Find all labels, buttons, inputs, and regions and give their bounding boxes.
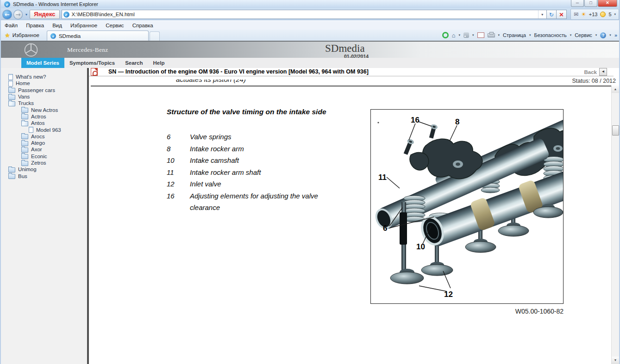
menu-favorites[interactable]: Избранное [70,23,97,28]
window-title: SDmedia - Windows Internet Explorer [13,1,98,7]
opera-ring-icon[interactable] [442,32,449,38]
ie-logo-icon: e [4,1,10,7]
sidebar-item-label: Trucks [18,100,34,106]
read-mail-icon[interactable] [477,32,484,38]
sidebar-item-model-963[interactable]: Model 963 [1,126,87,133]
sidebar-item-zetros[interactable]: Zetros [1,160,87,166]
command-bar: ⌂ ▾ ▾ ▾ Страница ▾ Безопасность ▾ Сервис… [442,31,617,40]
menu-bar: Файл Правка Вид Избранное Сервис Справка [1,20,619,30]
legend-number: 12 [167,178,190,190]
maximize-button[interactable]: □ [584,0,597,7]
mail-icon[interactable]: ✉ [574,11,578,18]
tab-help[interactable]: Help [148,58,170,68]
yandex-button[interactable]: Яндекс [30,10,59,19]
help-dropdown-icon: ▾ [609,33,611,37]
menu-file[interactable]: Файл [5,23,18,28]
sidebar-item-antos[interactable]: Antos [1,120,87,126]
legend-row: 8Intake rocker arm [167,143,352,155]
home-dropdown-icon[interactable]: ▾ [459,33,461,37]
favorites-label[interactable]: Избранное [13,32,39,38]
sidebar-item-unimog[interactable]: Unimog [1,166,87,173]
brand-name: Mercedes-Benz [67,46,108,54]
sidebar-item-atego[interactable]: Atego [1,140,87,146]
more-commands-icon[interactable]: » [614,32,617,38]
sidebar-item-whats-new[interactable]: What's new? [1,74,87,80]
menu-edit[interactable]: Правка [26,23,44,28]
page-favicon: e [63,12,69,18]
legend-number: 11 [167,167,190,179]
folder-icon [8,88,15,93]
sidebar-item-arocs[interactable]: Arocs [1,133,87,140]
sidebar-item-actros[interactable]: Actros [1,113,87,120]
yandex-widget-panel: ✉ ☀ +13 5 ▾ [570,9,619,20]
sidebar-item-label: Home [16,80,30,86]
legend-row: 6Valve springs [167,131,352,143]
sidebar-item-new-actros[interactable]: New Actros [1,106,87,113]
sidebar-item-vans[interactable]: Vans [1,93,87,100]
open-folder-icon [21,121,28,126]
minimize-button[interactable]: ─ [571,0,584,7]
url-text[interactable]: X:\MEDBIB\index_EN.html [72,12,538,17]
scrollbar-thumb[interactable] [612,125,619,136]
history-dropdown-icon[interactable]: ▼ [25,13,28,16]
sidebar-item-econic[interactable]: Econic [1,153,87,160]
legend-row: 16Adjusting elements for adjusting the v… [167,190,352,214]
content-area: SN — Introduction of the engine OM 936 -… [89,68,619,364]
sidebar-item-trucks[interactable]: Trucks [1,100,87,106]
refresh-button[interactable]: ↻ [547,10,557,19]
folder-icon [21,148,28,153]
close-button[interactable]: ✕ [598,0,617,7]
clipped-scrolled-text: actuates its piston (24) [176,80,296,85]
menu-help[interactable]: Справка [132,23,153,28]
sidebar-item-bus[interactable]: Bus [1,173,87,179]
address-bar: ← → ▼ Яндекс e X:\MEDBIB\index_EN.html ▼… [1,8,619,20]
forward-nav-button[interactable]: → [13,10,23,19]
page-dropdown-icon: ▾ [529,33,531,37]
widget-count[interactable]: 5 [608,12,611,17]
favorites-star-icon[interactable]: ★ [5,32,10,39]
scroll-down-button[interactable]: ▼ [612,357,619,364]
menu-view[interactable]: Вид [52,23,62,28]
pdf-icon[interactable] [91,68,98,76]
new-tab-stub[interactable] [150,31,160,41]
security-menu[interactable]: Безопасность [534,32,566,38]
back-nav-button[interactable]: ← [2,10,12,19]
tab-model-series[interactable]: Model Series [21,58,64,68]
home-icon[interactable]: ⌂ [452,32,456,39]
legend-text: Adjusting elements for adjusting the val… [190,190,350,214]
browser-tab-sdmedia[interactable]: e SDmedia [47,31,149,41]
legend-text: Intake rocker arm [190,143,350,155]
model-tree-sidebar: What's new? Home Passenger cars Vans Tru… [1,68,87,364]
sidebar-item-label: Antos [31,120,44,126]
page-menu[interactable]: Страница [503,32,526,38]
document-scrollbar[interactable]: ▲ ▼ [611,86,619,364]
weather-temp[interactable]: +13 [589,12,598,17]
sidebar-item-axor[interactable]: Axor [1,146,87,153]
rss-dropdown-icon[interactable]: ▾ [472,33,474,37]
help-icon[interactable]: ? [600,32,606,38]
folder-icon [8,174,15,179]
callout-11: 11 [378,173,387,182]
sidebar-item-passenger-cars[interactable]: Passenger cars [1,87,87,93]
legend-row: 10Intake camshaft [167,154,352,167]
stop-button[interactable]: ✕ [557,10,567,19]
legend-text: Valve springs [190,131,350,143]
back-button[interactable]: ◄ [599,68,607,76]
scroll-up-button[interactable]: ▲ [612,86,619,93]
print-dropdown-icon[interactable]: ▾ [498,33,500,37]
print-icon[interactable] [488,33,495,37]
security-dropdown-icon: ▾ [570,33,572,37]
menu-tools[interactable]: Сервис [106,23,124,28]
tab-search[interactable]: Search [120,58,148,68]
sidebar-item-home[interactable]: Home [1,80,87,86]
url-dropdown-icon[interactable]: ▼ [538,10,546,19]
widget-dropdown-icon[interactable]: ▾ [614,12,616,16]
folder-icon [8,95,15,100]
url-field[interactable]: e X:\MEDBIB\index_EN.html ▼ [62,10,547,19]
tab-symptoms-topics[interactable]: Symptoms/Topics [64,58,120,68]
tools-menu[interactable]: Сервис [575,32,592,38]
window-titlebar: e SDmedia - Windows Internet Explorer ─ … [1,0,619,8]
sidebar-item-label: Passenger cars [18,87,55,93]
rss-icon[interactable] [463,32,469,38]
legend-number: 16 [167,190,190,214]
